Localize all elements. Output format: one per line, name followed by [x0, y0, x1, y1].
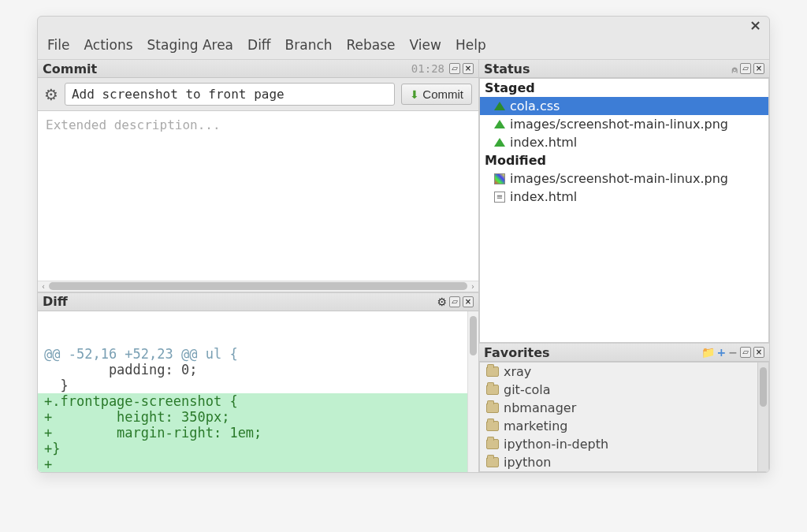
status-panel-header: Status ⍝ ▱ ×: [479, 59, 769, 78]
diff-line[interactable]: }: [38, 378, 478, 393]
favorites-panel-float-icon[interactable]: ▱: [740, 347, 751, 358]
diff-line[interactable]: +: [38, 456, 478, 472]
diff-line[interactable]: @@ -52,16 +52,23 @@ ul {: [38, 346, 478, 362]
diff-vscrollbar[interactable]: [467, 311, 478, 473]
favorites-remove-icon[interactable]: −: [728, 347, 738, 358]
diff-settings-gear-icon[interactable]: ⚙: [437, 296, 447, 307]
folder-icon: [486, 421, 499, 431]
scroll-thumb[interactable]: [760, 367, 767, 407]
commit-panel-float-icon[interactable]: ▱: [449, 63, 460, 74]
favorite-item[interactable]: nbmanager: [480, 399, 768, 417]
menu-diff[interactable]: Diff: [247, 37, 271, 53]
status-file-item[interactable]: index.html: [480, 133, 768, 151]
staged-triangle-icon: [494, 138, 505, 147]
commit-summary-input[interactable]: [65, 83, 395, 106]
status-file-name: images/screenshot-main-linux.png: [510, 117, 728, 132]
diff-line[interactable]: +}: [38, 441, 478, 456]
favorites-panel: Favorites 📁 + − ▱ × xraygit-colanbmanage…: [479, 343, 769, 472]
menu-view[interactable]: View: [410, 37, 441, 53]
status-file-name: cola.css: [510, 99, 560, 113]
status-file-item[interactable]: ≡index.html: [480, 188, 768, 206]
favorites-vscrollbar[interactable]: [757, 363, 768, 471]
menu-staging-area[interactable]: Staging Area: [147, 37, 233, 53]
favorite-item-label: nbmanager: [504, 400, 576, 415]
commit-extended-area: ‹ ›: [38, 111, 478, 292]
menubar: File Actions Staging Area Diff Branch Re…: [38, 34, 769, 59]
status-filter-icon[interactable]: ⍝: [731, 63, 738, 74]
diff-line[interactable]: + margin-right: 1em;: [38, 425, 478, 441]
status-panel-float-icon[interactable]: ▱: [740, 63, 751, 74]
text-file-icon: ≡: [494, 192, 505, 203]
status-tree[interactable]: Stagedcola.cssimages/screenshot-main-lin…: [479, 78, 769, 343]
diff-line[interactable]: padding: 0;: [38, 362, 478, 378]
diff-line[interactable]: + height: 350px;: [38, 409, 478, 425]
folder-icon: [486, 439, 499, 449]
window-titlebar: ×: [38, 17, 769, 34]
image-file-icon: [494, 173, 505, 184]
favorite-item[interactable]: xray: [480, 363, 768, 381]
commit-panel-close-icon[interactable]: ×: [463, 63, 474, 74]
favorites-panel-close-icon[interactable]: ×: [753, 347, 764, 358]
diff-panel: Diff ⚙ ▱ × @@ -52,16 +52,23 @@ ul { padd…: [38, 292, 478, 473]
status-section-header[interactable]: Modified: [480, 151, 768, 169]
status-file-name: index.html: [510, 189, 577, 204]
diff-panel-close-icon[interactable]: ×: [463, 296, 474, 307]
scroll-thumb[interactable]: [49, 282, 467, 290]
diff-panel-float-icon[interactable]: ▱: [449, 296, 460, 307]
content-area: Commit 01:28 ▱ × ⚙ ⬇ Commit: [38, 59, 769, 472]
status-file-name: index.html: [510, 135, 577, 150]
commit-panel-header: Commit 01:28 ▱ ×: [38, 59, 478, 78]
folder-icon: [486, 385, 499, 395]
commit-button-label: Commit: [422, 87, 463, 101]
menu-rebase[interactable]: Rebase: [347, 37, 396, 53]
commit-download-icon: ⬇: [410, 88, 419, 101]
window-close-button[interactable]: ×: [749, 18, 761, 32]
favorite-item-label: marketing: [504, 419, 568, 433]
favorites-add-icon[interactable]: +: [717, 347, 727, 358]
diff-panel-title: Diff: [43, 294, 68, 309]
commit-button[interactable]: ⬇ Commit: [401, 84, 472, 105]
status-file-name: images/screenshot-main-linux.png: [510, 171, 728, 186]
menu-branch[interactable]: Branch: [285, 37, 333, 53]
favorite-item[interactable]: ipython: [480, 453, 768, 471]
favorite-item-label: ipython: [504, 455, 551, 470]
favorite-item[interactable]: ipython-in-depth: [480, 435, 768, 453]
status-file-item[interactable]: images/screenshot-main-linux.png: [480, 115, 768, 133]
left-column: Commit 01:28 ▱ × ⚙ ⬇ Commit: [38, 59, 479, 472]
menu-actions[interactable]: Actions: [84, 37, 132, 53]
status-file-item[interactable]: cola.css: [480, 97, 768, 115]
app-window: × File Actions Staging Area Diff Branch …: [37, 16, 770, 473]
right-column: Status ⍝ ▱ × Stagedcola.cssimages/screen…: [479, 59, 769, 472]
status-panel: Status ⍝ ▱ × Stagedcola.cssimages/screen…: [479, 59, 769, 343]
favorite-item[interactable]: git-cola: [480, 381, 768, 399]
scroll-right-arrow-icon[interactable]: ›: [467, 282, 478, 291]
commit-extended-hscrollbar[interactable]: ‹ ›: [38, 281, 478, 292]
favorites-open-folder-icon[interactable]: 📁: [701, 347, 715, 358]
folder-icon: [486, 366, 499, 377]
favorite-item-label: xray: [504, 364, 531, 379]
commit-extended-input[interactable]: [38, 111, 478, 281]
favorite-item[interactable]: marketing: [480, 417, 768, 435]
favorite-item-label: git-cola: [504, 382, 550, 397]
diff-line[interactable]: +.frontpage-screenshot {: [38, 393, 478, 409]
menu-file[interactable]: File: [47, 37, 69, 53]
commit-panel-title: Commit: [43, 61, 97, 76]
status-section-header[interactable]: Staged: [480, 79, 768, 97]
commit-input-row: ⚙ ⬇ Commit: [38, 78, 478, 111]
menu-help[interactable]: Help: [456, 37, 486, 53]
favorites-list[interactable]: xraygit-colanbmanagermarketingipython-in…: [479, 362, 769, 472]
diff-panel-header: Diff ⚙ ▱ ×: [38, 292, 478, 311]
staged-triangle-icon: [494, 120, 505, 128]
favorites-panel-title: Favorites: [484, 345, 550, 360]
favorites-panel-header: Favorites 📁 + − ▱ ×: [479, 343, 769, 362]
commit-settings-gear-icon[interactable]: ⚙: [44, 85, 58, 104]
scroll-thumb[interactable]: [470, 316, 477, 355]
staged-triangle-icon: [494, 102, 505, 110]
folder-icon: [486, 457, 499, 467]
scroll-left-arrow-icon[interactable]: ‹: [38, 282, 49, 291]
status-panel-close-icon[interactable]: ×: [753, 63, 764, 74]
status-file-item[interactable]: images/screenshot-main-linux.png: [480, 169, 768, 188]
favorite-item-label: ipython-in-depth: [504, 437, 608, 452]
folder-icon: [486, 403, 499, 413]
diff-view[interactable]: @@ -52,16 +52,23 @@ ul { padding: 0; }+.…: [38, 311, 478, 473]
